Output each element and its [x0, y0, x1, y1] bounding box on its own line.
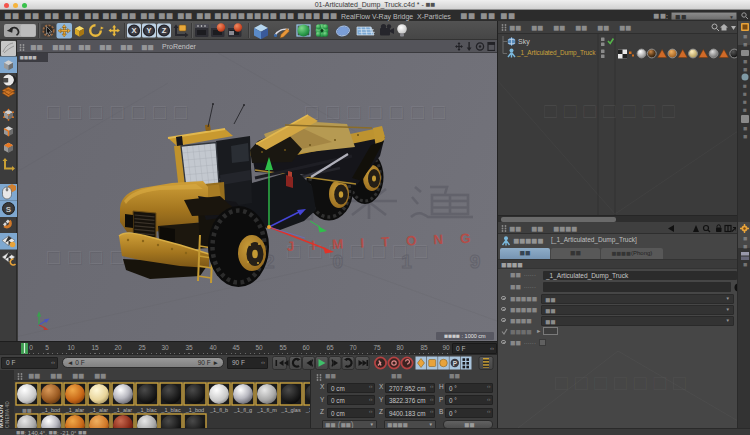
svg-text:_1_fl_g: _1_fl_g — [233, 407, 252, 413]
svg-text:0: 0 — [29, 344, 33, 351]
svg-text:75: 75 — [373, 344, 381, 351]
svg-text:30: 30 — [161, 344, 169, 351]
svg-text:■■: ■■ — [22, 406, 32, 415]
svg-text:S: S — [6, 205, 12, 214]
svg-text:_1_glas: _1_glas — [280, 407, 301, 413]
svg-text:90: 90 — [442, 344, 450, 351]
svg-text:35: 35 — [185, 344, 193, 351]
svg-text:20: 20 — [114, 344, 122, 351]
svg-text:Z: Z — [162, 26, 167, 35]
svg-text:10: 10 — [67, 344, 75, 351]
svg-text:60: 60 — [302, 344, 310, 351]
svg-text:_1_alar: _1_alar — [65, 407, 85, 413]
svg-text:_1_alar: _1_alar — [89, 407, 109, 413]
svg-text:50: 50 — [255, 344, 263, 351]
svg-text:40: 40 — [209, 344, 217, 351]
svg-text:_1_alar: _1_alar — [113, 407, 133, 413]
svg-text:X: X — [131, 26, 136, 35]
svg-text:25: 25 — [138, 344, 146, 351]
svg-text:Y: Y — [146, 26, 151, 35]
svg-text:_1_blac: _1_blac — [136, 407, 157, 413]
svg-text:15: 15 — [91, 344, 99, 351]
svg-text:_1_bod: _1_bod — [185, 407, 204, 413]
svg-text:85: 85 — [420, 344, 428, 351]
svg-text:5: 5 — [45, 344, 49, 351]
svg-text:_1_blac: _1_blac — [160, 407, 181, 413]
svg-text:_1_bod: _1_bod — [41, 407, 60, 413]
svg-text:P: P — [453, 360, 458, 367]
svg-text:_1_fl_b: _1_fl_b — [209, 407, 228, 413]
svg-text:45: 45 — [232, 344, 240, 351]
svg-text:_1_fl_m: _1_fl_m — [256, 407, 277, 413]
svg-text:70: 70 — [349, 344, 357, 351]
svg-text:65: 65 — [326, 344, 334, 351]
svg-text:80: 80 — [396, 344, 404, 351]
svg-text:55: 55 — [279, 344, 287, 351]
